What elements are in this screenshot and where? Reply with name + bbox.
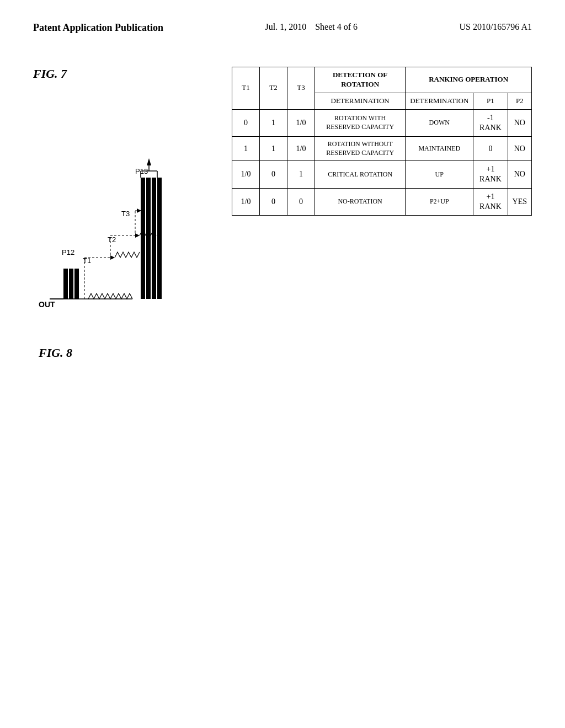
sheet-info: Sheet 4 of 6 (315, 22, 358, 31)
publication-title: Patent Application Publication (33, 22, 163, 34)
fig7-diagram: OUT P12 P13 T1 T2 T3 (33, 92, 188, 324)
svg-rect-7 (63, 269, 68, 299)
table-row: 0 1 1/0 ROTATION WITH RESERVED CAPACITY … (232, 109, 532, 136)
t3-val-3: 1 (287, 161, 315, 188)
publication-number: US 2010/165796 A1 (459, 22, 532, 32)
col-header-t1: T1 (232, 67, 260, 110)
svg-marker-28 (147, 158, 151, 165)
table-row: 1/0 0 0 NO-ROTATION P2+UP +1 RANK YES (232, 188, 532, 215)
p2-val-4: YES (508, 188, 531, 215)
ranking-det-1: DOWN (406, 109, 473, 136)
p1-val-2: 0 (473, 137, 508, 161)
svg-marker-20 (135, 233, 140, 238)
col-header-determination: DETERMINATION (315, 93, 406, 109)
svg-rect-10 (141, 178, 145, 299)
fig7-svg: OUT P12 P13 T1 T2 T3 (33, 92, 188, 324)
det-val-3: CRITICAL ROTATION (315, 161, 406, 188)
svg-text:OUT: OUT (39, 300, 55, 309)
svg-text:T2: T2 (108, 235, 116, 244)
p2-val-2: NO (508, 137, 531, 161)
svg-rect-13 (157, 178, 162, 299)
col-header-ranking-det: DETERMINATION (406, 93, 473, 109)
t1-val-1: 0 (232, 109, 260, 136)
svg-rect-9 (74, 269, 79, 299)
fig8-table-area: T1 T2 T3 DETECTION OF ROTATION RANKING O… (232, 67, 532, 216)
fig7-label: FIG. 7 (33, 67, 210, 81)
ranking-det-2: MAINTAINED (406, 137, 473, 161)
svg-rect-11 (146, 178, 151, 299)
p2-val-3: NO (508, 161, 531, 188)
t3-val-1: 1/0 (287, 109, 315, 136)
p1-val-4: +1 RANK (473, 188, 508, 215)
fig8-table: T1 T2 T3 DETECTION OF ROTATION RANKING O… (232, 67, 532, 216)
col-header-t2: T2 (260, 67, 287, 110)
table-row: 1 1 1/0 ROTATION WITHOUT RESERVED CAPACI… (232, 137, 532, 161)
p2-val-1: NO (508, 109, 531, 136)
svg-marker-23 (137, 208, 141, 213)
table-row: 1/0 0 1 CRITICAL ROTATION UP +1 RANK NO (232, 161, 532, 188)
col-header-p1: P1 (473, 93, 508, 109)
col-header-t3: T3 (287, 67, 315, 110)
ranking-det-3: UP (406, 161, 473, 188)
t2-val-3: 0 (260, 161, 287, 188)
t2-val-2: 1 (260, 137, 287, 161)
svg-marker-17 (110, 255, 115, 260)
ranking-det-4: P2+UP (406, 188, 473, 215)
publication-date: Jul. 1, 2010 (265, 22, 306, 31)
svg-text:T3: T3 (121, 210, 130, 218)
detection-header: DETECTION OF ROTATION (315, 67, 406, 93)
t1-val-2: 1 (232, 137, 260, 161)
t2-val-1: 1 (260, 109, 287, 136)
p1-val-3: +1 RANK (473, 161, 508, 188)
t3-val-4: 0 (287, 188, 315, 215)
det-val-1: ROTATION WITH RESERVED CAPACITY (315, 109, 406, 136)
det-val-4: NO-ROTATION (315, 188, 406, 215)
t2-val-4: 0 (260, 188, 287, 215)
p1-val-1: -1 RANK (473, 109, 508, 136)
t1-val-4: 1/0 (232, 188, 260, 215)
page-header: Patent Application Publication Jul. 1, 2… (0, 0, 565, 45)
fig8-label: FIG. 8 (39, 346, 210, 360)
diagram-area: FIG. 7 OUT P12 P13 T1 T2 T3 (33, 67, 210, 360)
main-content: FIG. 7 OUT P12 P13 T1 T2 T3 (0, 45, 565, 382)
t3-val-2: 1/0 (287, 137, 315, 161)
svg-rect-8 (69, 269, 73, 299)
svg-rect-12 (152, 178, 156, 299)
t1-val-3: 1/0 (232, 161, 260, 188)
ranking-header: RANKING OPERATION (406, 67, 532, 93)
publication-date-sheet: Jul. 1, 2010 Sheet 4 of 6 (265, 22, 358, 32)
det-val-2: ROTATION WITHOUT RESERVED CAPACITY (315, 137, 406, 161)
col-header-p2: P2 (508, 93, 531, 109)
svg-text:P12: P12 (62, 248, 74, 256)
